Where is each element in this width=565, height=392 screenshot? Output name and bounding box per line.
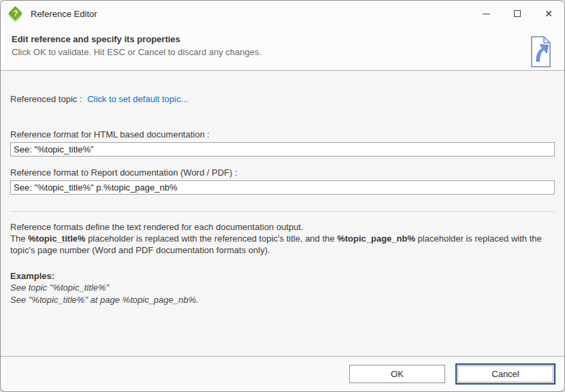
- example-line-2: See "%topic_title%" at page %topic_page_…: [10, 294, 555, 306]
- examples-heading: Examples:: [10, 270, 555, 282]
- html-format-label: Reference format for HTML based document…: [10, 129, 555, 140]
- minimize-button[interactable]: [470, 1, 502, 27]
- report-format-input[interactable]: [10, 180, 555, 195]
- header-title: Edit reference and specify its propertie…: [12, 34, 261, 44]
- referenced-topic-row: Referenced topic : Click to set default …: [10, 94, 555, 104]
- topic-title-placeholder: %topic_title%: [28, 233, 86, 244]
- close-icon: ✕: [545, 9, 553, 18]
- description-line1: Reference formats define the text render…: [10, 222, 304, 232]
- header-text: Edit reference and specify its propertie…: [12, 34, 261, 70]
- header-subtitle: Click OK to validate. Hit ESC or Cancel …: [12, 47, 261, 57]
- minimize-icon: [483, 14, 490, 14]
- maximize-button[interactable]: [502, 1, 533, 27]
- section-divider: [10, 211, 555, 212]
- dialog-body: Referenced topic : Click to set default …: [1, 94, 564, 306]
- ok-button[interactable]: OK: [349, 365, 445, 383]
- maximize-icon: [514, 10, 521, 17]
- example-line-1: See topic "%topic_title%": [10, 282, 555, 294]
- set-default-topic-link[interactable]: Click to set default topic...: [87, 94, 188, 104]
- reference-document-icon: [528, 35, 553, 68]
- help-diamond-icon: ?: [8, 6, 23, 21]
- topic-page-nb-placeholder: %topic_page_nb%: [337, 233, 415, 244]
- titlebar: ? Reference Editor ✕: [1, 1, 564, 27]
- reference-editor-dialog: ? Reference Editor ✕ Edit reference and …: [0, 0, 565, 392]
- dialog-footer: OK Cancel: [1, 356, 564, 391]
- dialog-header: Edit reference and specify its propertie…: [1, 27, 564, 71]
- html-format-input[interactable]: [10, 142, 555, 157]
- window-controls: ✕: [470, 1, 564, 27]
- format-description: Reference formats define the text render…: [10, 221, 555, 256]
- cancel-button[interactable]: Cancel: [455, 363, 555, 385]
- close-button[interactable]: ✕: [533, 1, 564, 27]
- window-title: Reference Editor: [31, 9, 97, 19]
- report-format-label: Reference format to Report documentation…: [10, 167, 555, 178]
- referenced-topic-label: Referenced topic :: [10, 94, 82, 104]
